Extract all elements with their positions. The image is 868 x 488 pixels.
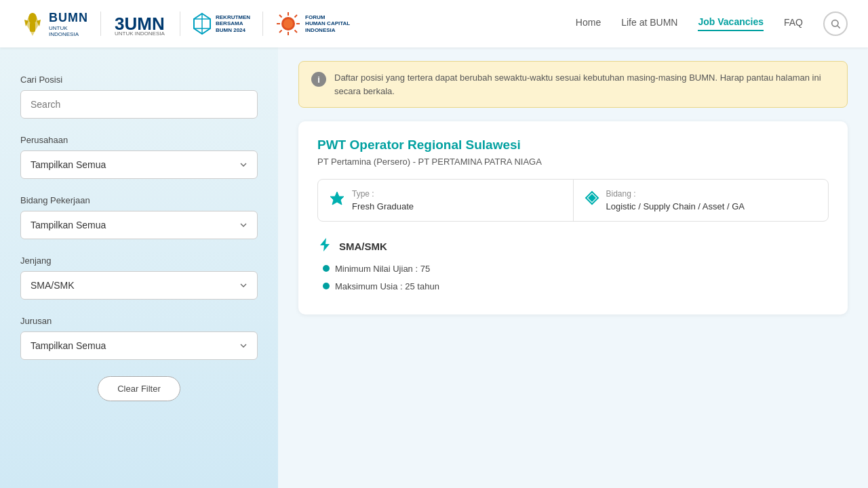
star-icon (329, 190, 345, 207)
type-icon (329, 190, 345, 210)
bidang-wrapper: Bidang Pekerjaan Tampilkan Semua (20, 195, 258, 239)
jenjang-label: Jenjang (20, 256, 258, 266)
edu-req-item-2: Maksimum Usia : 25 tahun (323, 281, 829, 293)
type-value: Fresh Graduate (352, 201, 414, 211)
header-logos: BUMN UNTUKINDONESIA 3UMN UNTUK INDONESIA… (20, 10, 350, 37)
svg-point-13 (283, 19, 293, 28)
diamond-icon (585, 190, 599, 205)
bumn-logo: BUMN UNTUKINDONESIA (20, 10, 88, 37)
perusahaan-wrapper: Perusahaan Tampilkan Semua (20, 135, 258, 179)
svg-point-3 (30, 14, 35, 20)
job-type-item: Type : Fresh Graduate (318, 180, 574, 221)
logo-divider-1 (100, 12, 101, 36)
3umn-logo: 3UMN UNTUK INDONESIA (113, 11, 167, 37)
nav-life-at-bumn[interactable]: Life at BUMN (621, 17, 677, 30)
jenjang-select[interactable]: SMA/SMK (20, 271, 258, 300)
svg-marker-24 (330, 192, 344, 205)
alert-text: Daftar posisi yang tertera dapat berubah… (334, 71, 835, 98)
edu-header: SMA/SMK (317, 237, 829, 256)
header-search-button[interactable] (823, 12, 848, 36)
svg-rect-2 (30, 22, 35, 32)
perusahaan-select[interactable]: Tampilkan Semua (20, 150, 258, 179)
svg-point-22 (832, 20, 838, 26)
job-title: PWT Operator Regional Sulawesi (317, 138, 829, 152)
job-company: PT Pertamina (Persero) - PT PERTAMINA PA… (317, 157, 829, 167)
edu-requirements-list: Minimum Nilai Ujian : 75 Maksimum Usia :… (317, 263, 829, 293)
svg-text:UNTUK INDONESIA: UNTUK INDONESIA (115, 30, 165, 37)
bullet-dot-2 (323, 283, 330, 289)
main-nav: Home Life at BUMN Job Vacancies FAQ (576, 12, 848, 36)
svg-marker-27 (320, 238, 330, 251)
jenjang-wrapper: Jenjang SMA/SMK (20, 256, 258, 300)
bidang-meta-label: Bidang : (606, 189, 745, 199)
forum-text: FORUMHUMAN CAPITALINDONESIA (305, 14, 350, 34)
svg-line-23 (837, 26, 840, 28)
bumn-text: BUMN (49, 11, 88, 25)
edu-req-text-2: Maksimum Usia : 25 tahun (335, 281, 439, 293)
job-bidang-item: Bidang : Logistic / Supply Chain / Asset… (574, 180, 829, 221)
type-label: Type : (352, 189, 414, 199)
bidang-select[interactable]: Tampilkan Semua (20, 211, 258, 239)
lightning-bolt-icon (317, 237, 332, 253)
bidang-icon (585, 190, 599, 209)
search-input[interactable] (20, 90, 258, 119)
nav-home[interactable]: Home (576, 17, 601, 30)
alert-banner: i Daftar posisi yang tertera dapat berub… (298, 61, 848, 108)
edu-req-item-1: Minimum Nilai Ujian : 75 (323, 263, 829, 275)
lightning-icon (317, 237, 332, 256)
edu-level-label: SMA/SMK (339, 241, 387, 252)
clear-filter-button[interactable]: Clear Filter (98, 376, 180, 401)
main-content: i Daftar posisi yang tertera dapat berub… (278, 47, 868, 488)
logo-divider-2 (180, 12, 180, 36)
jurusan-select[interactable]: Tampilkan Semua (20, 331, 258, 360)
rekrutmen-text: REKRUTMENBERSAMABUMN 2024 (216, 14, 250, 34)
garuda-logo-icon (20, 10, 45, 37)
bidang-label: Bidang Pekerjaan (20, 195, 258, 205)
sidebar: Cari Posisi Perusahaan Tampilkan Semua B… (0, 47, 278, 488)
forum-sun-icon (275, 11, 301, 37)
forum-logo: FORUMHUMAN CAPITALINDONESIA (275, 11, 350, 37)
svg-line-20 (295, 15, 298, 18)
svg-line-21 (279, 30, 282, 33)
nav-faq[interactable]: FAQ (784, 17, 803, 30)
bumn-subtext: UNTUKINDONESIA (49, 25, 88, 37)
page-wrapper: Cari Posisi Perusahaan Tampilkan Semua B… (0, 47, 868, 488)
jurusan-label: Jurusan (20, 316, 258, 326)
bidang-meta-value: Logistic / Supply Chain / Asset / GA (606, 201, 745, 211)
svg-line-18 (279, 15, 282, 18)
alert-icon: i (311, 72, 326, 87)
search-icon (830, 18, 841, 29)
job-card: PWT Operator Regional Sulawesi PT Pertam… (298, 121, 848, 314)
nav-job-vacancies[interactable]: Job Vacancies (698, 16, 764, 31)
rekrutmen-icon (193, 12, 212, 35)
search-wrapper (20, 90, 258, 119)
svg-line-19 (295, 30, 298, 33)
edu-req-text-1: Minimum Nilai Ujian : 75 (335, 263, 430, 275)
bullet-dot-1 (323, 265, 330, 272)
perusahaan-label: Perusahaan (20, 135, 258, 145)
job-meta: Type : Fresh Graduate Bidang : Logistic … (317, 179, 829, 222)
3umn-logo-svg: 3UMN UNTUK INDONESIA (113, 11, 167, 37)
logo-divider-3 (262, 12, 263, 36)
cari-posisi-label: Cari Posisi (20, 75, 258, 85)
jurusan-wrapper: Jurusan Tampilkan Semua (20, 316, 258, 360)
job-education: SMA/SMK Minimum Nilai Ujian : 75 Maksimu… (317, 237, 829, 293)
header: BUMN UNTUKINDONESIA 3UMN UNTUK INDONESIA… (0, 0, 868, 47)
rekrutmen-logo: REKRUTMENBERSAMABUMN 2024 (193, 12, 250, 35)
